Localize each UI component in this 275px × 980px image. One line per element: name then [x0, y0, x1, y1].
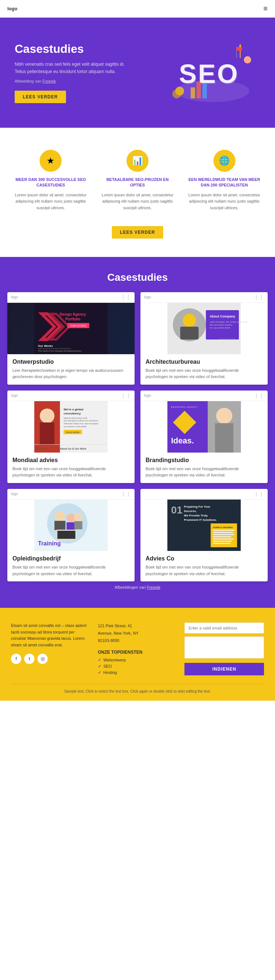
svg-rect-37	[40, 422, 55, 444]
svg-rect-13	[237, 47, 242, 51]
svg-rect-79	[213, 536, 231, 537]
svg-text:diam quis porttitor phasellus: diam quis porttitor phasellus	[210, 324, 233, 326]
svg-rect-77	[213, 532, 233, 533]
card-2-logo: logo	[144, 295, 151, 299]
features-grid: ★ MEER DAN 300 SUCCESVOLLE SEO CASESTUDI…	[11, 146, 264, 215]
svg-text:Portfolio: Portfolio	[65, 317, 80, 321]
check-icon-2: ✓	[98, 664, 101, 669]
card-2-name: Architectuurbureau	[145, 359, 262, 365]
card-1-body: Ontwerpstudio Leer therapietechnieken in…	[7, 354, 134, 385]
svg-text:nunc quis porttitor blandit.: nunc quis porttitor blandit.	[210, 327, 231, 329]
hamburger-menu[interactable]: ≡	[263, 5, 268, 13]
card-4-logo: logo	[144, 393, 151, 398]
feature-desc-3: Lorem ipsum dolor sit amet, consectetur …	[188, 192, 260, 212]
svg-rect-61	[67, 522, 76, 530]
svg-rect-81	[213, 541, 232, 542]
svg-text:tque velit ligula eu officia e: tque velit ligula eu officia et 21 euism…	[64, 420, 99, 422]
casestudies-section-title: Casestudies	[7, 272, 268, 283]
card-2-menu[interactable]: ⋮⋮	[254, 294, 264, 300]
hero-image: SEO SEO	[161, 36, 264, 110]
footer-bottom: Sample text. Click to select the text bo…	[11, 684, 264, 693]
svg-rect-5	[191, 88, 195, 99]
card-3-image: We're a global consultancy adipis the di…	[7, 401, 134, 453]
service-label-3: Hosting	[103, 670, 117, 675]
card-6-image: 01 Preparing For Your Success, We Provid…	[141, 500, 268, 551]
svg-rect-65	[58, 531, 76, 539]
features-cta-button[interactable]: LEES VERDER	[112, 226, 163, 239]
card-4-menu[interactable]: ⋮⋮	[254, 393, 264, 399]
svg-text:Sollicitudin tristique eros, e: Sollicitudin tristique eros, etiam sed a…	[64, 422, 99, 425]
hero-cta-button[interactable]: LEES VERDER	[15, 91, 66, 103]
footer-bottom-text: Sample text. Click to select the text bo…	[64, 689, 211, 693]
card-6-header: ⋮⋮	[141, 489, 268, 500]
address-line2: Avenue, New York, NY	[98, 630, 177, 637]
twitter-icon[interactable]: t	[24, 654, 35, 664]
footer-message-textarea[interactable]	[185, 636, 264, 659]
card-6-menu[interactable]: ⋮⋮	[254, 491, 264, 497]
footer-address: 121 Piek Street, 41 Avenue, New York, NY…	[98, 622, 177, 644]
freepik-link[interactable]: Freepik	[147, 585, 161, 589]
feature-title-1: MEER DAN 300 SUCCESVOLLE SEO CASESTUDIES	[15, 177, 87, 188]
svg-rect-11	[245, 64, 250, 71]
section-credits: Afbeeldingen van Freepik	[7, 581, 268, 593]
svg-text:Preparing For Your: Preparing For Your	[184, 505, 210, 508]
card-3-body: Mondiaal advies Boek tijd om met een van…	[7, 453, 134, 483]
card-5-desc: Boek tijd om met een van onze hooggekwal…	[13, 564, 130, 577]
card-3-menu[interactable]: ⋮⋮	[121, 393, 131, 399]
card-2: logo ⋮⋮ About Company vupitat velit aliq…	[141, 292, 268, 385]
check-icon-1: ✓	[98, 658, 101, 662]
footer-services-title: ONZE TOPDIENSTEN	[98, 650, 177, 655]
svg-text:What We Do: What We Do	[36, 448, 49, 450]
card-6-name: Advies Co	[145, 555, 262, 562]
card-5-image: Training	[7, 500, 134, 551]
svg-text:vupitat velit aliquet. Sed, Se: vupitat velit aliquet. Sed, Semper aucto…	[210, 321, 248, 323]
card-2-header: logo ⋮⋮	[141, 292, 268, 303]
cards-grid: logo ⋮⋮ Design Agency Portfolio OUR WORK…	[7, 292, 268, 582]
card-2-image: About Company vupitat velit aliquet. Sed…	[141, 303, 268, 354]
globe-icon: 🌐	[219, 156, 230, 166]
facebook-icon[interactable]: f	[11, 654, 21, 664]
svg-text:READ MORE: READ MORE	[66, 431, 79, 433]
card-5-body: Opleidingsbedrijf Boek tijd om met een v…	[7, 551, 134, 581]
feature-icon-3: 🌐	[213, 150, 235, 172]
svg-text:BRANDING AGENCY: BRANDING AGENCY	[171, 406, 198, 408]
hero-credit-link[interactable]: Freepik	[43, 79, 56, 83]
footer-form-col: INDIENEN	[185, 622, 264, 676]
feature-item-2: 📊 BETAALBARE SEO-PRIJZEN EN OPTIES Lorem…	[98, 146, 177, 215]
card-3-name: Mondiaal advies	[13, 457, 130, 464]
svg-text:OUR WORKS: OUR WORKS	[70, 325, 87, 327]
svg-text:Training: Training	[38, 540, 61, 547]
svg-point-9	[172, 89, 181, 99]
svg-point-58	[55, 511, 65, 521]
svg-text:We're a global: We're a global	[64, 408, 84, 411]
card-3-desc: Boek tijd om met een van onze hooggekwal…	[13, 466, 130, 479]
feature-title-3: EEN WERELDWIJD TEAM VAN MEER DAN 200 SPE…	[188, 177, 260, 188]
feature-icon-2: 📊	[126, 150, 149, 172]
card-1-name: Ontwerpstudio	[13, 359, 130, 365]
svg-text:The result of our company bran: The result of our company branding proce…	[38, 350, 83, 352]
header-logo: logo	[7, 6, 17, 11]
svg-text:Prominent IT Solutions.: Prominent IT Solutions.	[184, 518, 217, 522]
card-4-image: BRANDING AGENCY Ideas.	[141, 401, 268, 453]
svg-text:Design Agency: Design Agency	[60, 312, 86, 317]
svg-text:adipis the dimos lorem ad off: adipis the dimos lorem ad off	[64, 417, 87, 419]
service-label-2: SEO	[103, 664, 112, 668]
card-5-menu[interactable]: ⋮⋮	[121, 491, 131, 497]
svg-rect-27	[180, 327, 199, 339]
feature-desc-1: Lorem ipsum dolor sit amet, consectetur …	[15, 192, 87, 212]
hero-title: Casestudies	[15, 42, 132, 56]
card-1-menu[interactable]: ⋮⋮	[121, 294, 131, 300]
footer-social: f t ◎	[11, 654, 90, 664]
card-1: logo ⋮⋮ Design Agency Portfolio OUR WORK…	[7, 292, 134, 385]
feature-item-1: ★ MEER DAN 300 SUCCESVOLLE SEO CASESTUDI…	[11, 146, 90, 215]
address-line1: 121 Piek Street, 41	[98, 622, 177, 630]
chart-icon: 📊	[132, 156, 143, 166]
svg-rect-78	[213, 534, 234, 535]
instagram-icon[interactable]: ◎	[37, 654, 47, 664]
feature-desc-2: Lorem ipsum dolor sit amet, consectetur …	[101, 192, 174, 212]
svg-rect-59	[55, 521, 66, 530]
footer-submit-button[interactable]: INDIENEN	[185, 663, 264, 675]
footer-email-input[interactable]	[185, 622, 264, 633]
card-5-name: Opleidingsbedrijf	[13, 555, 130, 562]
svg-text:We Provide Truly: We Provide Truly	[184, 514, 208, 517]
